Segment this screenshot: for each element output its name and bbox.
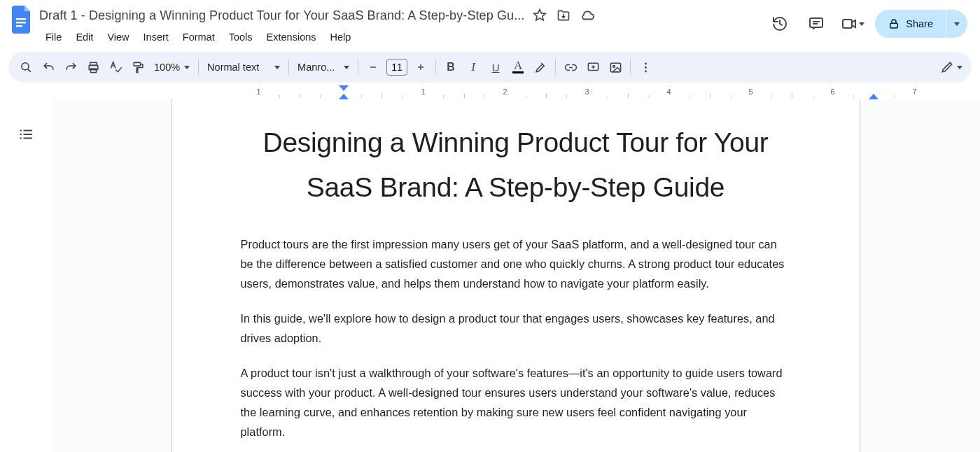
insert-link-icon[interactable] (560, 57, 581, 78)
left-rail (0, 99, 51, 452)
ruler-number: 1 (421, 87, 425, 96)
chevron-down-icon (954, 22, 960, 26)
bold-button[interactable]: B (440, 57, 461, 78)
font-size-input[interactable] (386, 59, 407, 76)
svg-rect-6 (843, 20, 852, 28)
doc-heading[interactable]: Designing a Winning Product Tour for You… (241, 120, 791, 211)
menu-help[interactable]: Help (324, 29, 358, 45)
menu-extensions[interactable]: Extensions (260, 29, 323, 45)
right-indent-marker[interactable] (869, 93, 878, 99)
svg-rect-3 (810, 18, 822, 27)
lock-icon (888, 17, 900, 30)
search-icon[interactable] (15, 57, 36, 78)
share-label: Share (906, 18, 933, 29)
svg-rect-7 (890, 23, 898, 28)
separator (555, 59, 556, 75)
undo-icon[interactable] (38, 57, 59, 78)
docs-app-icon[interactable] (8, 6, 36, 34)
svg-point-29 (20, 137, 21, 139)
chevron-down-icon (184, 66, 190, 69)
left-indent-marker[interactable] (339, 85, 349, 92)
history-icon[interactable] (766, 10, 794, 38)
menu-tools[interactable]: Tools (223, 29, 259, 45)
zoom-select[interactable]: 100% (150, 57, 194, 78)
separator (198, 59, 199, 75)
separator (288, 59, 289, 75)
svg-rect-13 (134, 62, 141, 66)
ruler[interactable]: 1 1 2 3 4 5 6 7 (0, 85, 980, 99)
italic-button[interactable]: I (463, 57, 484, 78)
underline-button[interactable]: U (485, 57, 506, 78)
style-value: Normal text (207, 62, 270, 73)
ruler-number: 3 (584, 87, 589, 96)
ruler-number: 2 (503, 87, 507, 96)
outline-toggle-icon[interactable] (13, 122, 38, 147)
doc-paragraph[interactable]: A product tour isn't just a walkthrough … (241, 363, 791, 442)
star-icon[interactable] (531, 7, 548, 24)
comments-icon[interactable] (802, 10, 830, 38)
font-size-decrease[interactable] (363, 57, 384, 78)
menu-format[interactable]: Format (176, 29, 221, 45)
paint-format-icon[interactable] (127, 57, 148, 78)
menu-edit[interactable]: Edit (69, 29, 99, 45)
separator (435, 59, 436, 75)
ruler-number: 7 (912, 87, 916, 96)
doc-paragraph[interactable]: Product tours are the first impression m… (241, 234, 791, 293)
ruler-number: 6 (830, 87, 834, 96)
more-icon[interactable] (635, 57, 656, 78)
paragraph-style-select[interactable]: Normal text (203, 57, 284, 78)
menu-bar: File Edit View Insert Format Tools Exten… (39, 27, 766, 48)
svg-point-22 (645, 62, 647, 64)
chevron-down-icon (274, 66, 280, 69)
separator (358, 59, 358, 75)
ruler-number: 1 (256, 87, 260, 96)
svg-rect-2 (16, 25, 22, 27)
font-value: Manro... (298, 62, 340, 73)
chevron-down-icon (957, 66, 962, 69)
svg-rect-1 (16, 22, 26, 23)
cloud-status-icon[interactable] (579, 7, 596, 24)
menu-file[interactable]: File (39, 29, 68, 45)
add-comment-icon[interactable] (582, 57, 603, 78)
svg-point-23 (645, 66, 647, 69)
menu-view[interactable]: View (101, 29, 135, 45)
separator (630, 59, 631, 75)
chevron-down-icon (344, 66, 349, 69)
font-select[interactable]: Manro... (293, 57, 354, 78)
svg-rect-20 (610, 63, 620, 72)
menu-insert[interactable]: Insert (137, 29, 175, 45)
print-icon[interactable] (83, 57, 104, 78)
zoom-value: 100% (154, 62, 180, 73)
document-canvas[interactable]: Designing a Winning Product Tour for You… (51, 99, 980, 452)
highlight-button[interactable] (530, 57, 551, 78)
document-title[interactable]: Draft 1 - Designing a Winning Product To… (39, 8, 524, 23)
svg-rect-0 (16, 18, 26, 20)
first-line-indent-marker[interactable] (339, 93, 349, 99)
title-bar: Draft 1 - Designing a Winning Product To… (0, 0, 980, 48)
doc-paragraph[interactable]: In this guide, we'll explore how to desi… (241, 309, 791, 348)
chevron-down-icon (859, 22, 864, 26)
svg-line-9 (27, 69, 30, 71)
svg-point-27 (20, 134, 21, 135)
redo-icon[interactable] (60, 57, 81, 78)
svg-point-24 (645, 70, 647, 72)
ruler-number: 4 (666, 87, 671, 96)
share-dropdown[interactable] (946, 10, 967, 38)
text-color-button[interactable]: A (507, 57, 528, 78)
font-size-increase[interactable] (410, 57, 431, 78)
ruler-number: 5 (748, 87, 752, 96)
svg-point-25 (20, 129, 21, 131)
insert-image-icon[interactable] (605, 57, 626, 78)
editing-mode-button[interactable] (938, 57, 965, 78)
move-icon[interactable] (555, 7, 572, 24)
toolbar: 100% Normal text Manro... B I U A (8, 52, 972, 83)
spellcheck-icon[interactable] (105, 57, 126, 78)
svg-point-21 (612, 65, 615, 67)
share-button[interactable]: Share (875, 10, 946, 38)
meet-icon[interactable] (839, 10, 867, 38)
svg-point-8 (21, 62, 28, 69)
page[interactable]: Designing a Winning Product Tour for You… (172, 99, 860, 452)
